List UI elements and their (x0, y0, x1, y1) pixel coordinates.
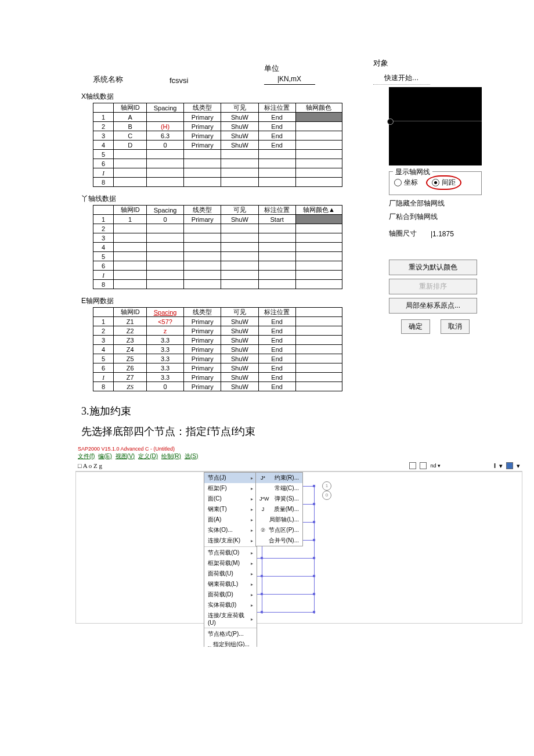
toolbar-icon[interactable] (420, 462, 427, 469)
table-row[interactable]: 6 (93, 159, 342, 168)
section-3-body: 先选择底部四个节点：指定f节点f约束 (81, 423, 511, 440)
table-row[interactable]: I (93, 168, 342, 178)
table-row[interactable]: 3C6.3PrimaryShuWEnd (93, 131, 342, 141)
table-row[interactable]: 2Z2zPrimaryShuWEnd (93, 326, 342, 336)
menu-item[interactable]: 框架荷载(M) (204, 558, 257, 568)
axis-bubble: 1 (322, 481, 331, 491)
menu-item[interactable]: 框架(F) (204, 483, 257, 494)
submenu-item[interactable]: J*约束(R)... (256, 473, 302, 483)
show-gridline-group: 显示轴网线 坐标 间距 (389, 171, 482, 195)
menu-item[interactable]: 节点荷载(O) (204, 548, 257, 558)
y-grid-table[interactable]: 轴网IDSpacing线类型可见标注位置轴网颜色▲110PrimaryShuWS… (93, 205, 342, 289)
grid-preview (389, 87, 482, 165)
menu-item[interactable]: 节点格式(P)... (204, 629, 257, 639)
assign-menu[interactable]: 节点(J)框架(F)面(C)钢束(T)面(A)实体(O)...连接/支座(K)节… (204, 472, 257, 647)
joint-submenu[interactable]: J*约束(R)...常端(C)...J*W弹簧(S)...J质量(M)...局部… (255, 472, 303, 546)
menubar-item[interactable]: 视图(V) (116, 453, 135, 459)
unit-value[interactable]: |KN,mX (264, 74, 315, 85)
table-row[interactable]: 1Z1<57?PrimaryShuWEnd (93, 317, 342, 326)
sap-toolbar[interactable]: □ A o Z g nd ▾ I ▾ ▾ (75, 461, 522, 471)
table-row[interactable]: 2B(H)PrimaryShuWEnd (93, 122, 342, 131)
axis-bubble: 0 (322, 491, 331, 500)
menu-item[interactable]: 连接/支座(K) (204, 535, 257, 546)
section-3-heading: 3.施加约束 (81, 403, 511, 420)
submenu-item[interactable]: J质量(M)... (256, 504, 302, 514)
snap-to-gridlines[interactable]: 厂粘合到轴网线 (389, 212, 482, 222)
table-row[interactable]: 110PrimaryShuWStart (93, 215, 342, 224)
table-row[interactable]: 4Z43.3PrimaryShuWEnd (93, 345, 342, 354)
table-row[interactable]: 6Z63.3PrimaryShuWEnd (93, 363, 342, 373)
submenu-item[interactable]: 合并号(N)... (256, 535, 302, 546)
table-row[interactable]: 3 (93, 233, 342, 243)
table-row[interactable]: 8 (93, 178, 342, 187)
menu-item[interactable]: 实体荷载(I) (204, 600, 257, 610)
sap-window-title: SAP2000 V15.1.0 Advanced C - (Untitled) (78, 446, 522, 452)
show-gridline-legend: 显示轴网线 (393, 167, 432, 177)
sap-menubar[interactable]: 文件(f)编(E)视图(V)定义(D)绘制(R)选(S) (78, 452, 522, 461)
menubar-item[interactable]: 文件(f) (78, 453, 95, 459)
table-row[interactable]: 4 (93, 243, 342, 252)
menu-item[interactable]: 钢束荷载(L) (204, 579, 257, 589)
system-name-label: 系统名称 (93, 74, 123, 85)
x-grid-title: X轴线数据 (81, 92, 360, 102)
radio-spacing[interactable]: 间距 (426, 175, 461, 190)
reset-colors-button[interactable]: 重设为默认颜色 (389, 260, 477, 275)
submenu-item[interactable]: ②节点区(P)... (256, 525, 302, 535)
local-origin-button[interactable]: 局部坐标系原点... (389, 298, 477, 314)
menu-item[interactable]: 钢束(T) (204, 504, 257, 514)
e-grid-table[interactable]: 轴网IDSpacing线类型可见标注位置1Z1<57?PrimaryShuWEn… (93, 307, 342, 391)
object-label: 对象 (373, 58, 430, 69)
radio-coord[interactable]: 坐标 (394, 178, 418, 188)
menu-item[interactable]: 节点(J) (204, 473, 257, 483)
table-row[interactable]: 8ZS0PrimaryShuWEnd (93, 382, 342, 391)
table-row[interactable]: 6 (93, 261, 342, 271)
menubar-item[interactable]: 编(E) (98, 453, 111, 459)
quick-start-button[interactable]: 快速开始… (373, 72, 430, 85)
e-grid-title: E轴网数据 (81, 296, 360, 306)
table-row[interactable]: 1APrimaryShuWEnd (93, 113, 342, 122)
hide-all-gridlines[interactable]: 厂隐藏全部轴网线 (389, 199, 482, 208)
e-grid-section: E轴网数据 轴网IDSpacing线类型可见标注位置1Z1<57?Primary… (93, 296, 360, 391)
table-row[interactable]: IZ73.3PrimaryShuWEnd (93, 373, 342, 382)
x-grid-table[interactable]: 轴网IDSpacing线类型可见标注位置轴网颜色1APrimaryShuWEnd… (93, 103, 342, 187)
menu-item[interactable]: 实体(O)... (204, 525, 257, 535)
y-grid-section: 丫轴线数据 轴网IDSpacing线类型可见标注位置轴网颜色▲110Primar… (93, 194, 360, 289)
table-row[interactable]: I (93, 271, 342, 280)
y-grid-title: 丫轴线数据 (81, 194, 360, 204)
menu-item[interactable]: 面荷载(D) (204, 589, 257, 600)
table-row[interactable]: 5 (93, 150, 342, 159)
menubar-item[interactable]: 定义(D) (138, 453, 158, 459)
menu-item[interactable]: 面荷载(U) (204, 568, 257, 579)
table-row[interactable]: 5 (93, 252, 342, 261)
table-row[interactable]: 8 (93, 280, 342, 289)
submenu-item[interactable]: 局部轴(L)... (256, 514, 302, 525)
menubar-item[interactable]: 选(S) (185, 453, 198, 459)
menu-item[interactable]: 面(C) (204, 494, 257, 504)
toolbar-glyphs[interactable]: □ A o Z g (78, 462, 102, 469)
ok-button[interactable]: 确定 (401, 319, 430, 334)
header-row: 系统名称 fcsvsi 单位 |KN,mX 对象 快速开始… (93, 58, 511, 85)
reorder-button[interactable]: 重新排序 (389, 279, 477, 294)
submenu-item[interactable]: J*W弹簧(S)... (256, 494, 302, 504)
x-grid-section: X轴线数据 轴网IDSpacing线类型可见标注位置轴网颜色1APrimaryS… (93, 92, 360, 187)
unit-label: 单位 (264, 63, 315, 74)
menu-item[interactable]: 连接/支座荷载(U) (204, 610, 257, 627)
bubble-size-label: 轴圈尺寸 (389, 229, 417, 239)
bubble-size-value[interactable]: |1.1875 (431, 230, 454, 238)
toolbar-icon-blue[interactable] (506, 462, 513, 469)
table-row[interactable]: 5Z53.3PrimaryShuWEnd (93, 354, 342, 363)
cancel-button[interactable]: 取消 (441, 319, 470, 334)
menu-item[interactable]: %指定到组(G)... Ctrl+Shift+G (204, 639, 257, 647)
table-row[interactable]: 3Z33.3PrimaryShuWEnd (93, 336, 342, 345)
table-row[interactable]: 2 (93, 224, 342, 233)
toolbar-dropdown[interactable]: nd ▾ (430, 463, 441, 469)
menubar-item[interactable]: 绘制(R) (161, 453, 181, 459)
sap-screenshot: SAP2000 V15.1.0 Advanced C - (Untitled) … (75, 446, 522, 624)
table-row[interactable]: 4D0PrimaryShuWEnd (93, 141, 342, 150)
submenu-item[interactable]: 常端(C)... (256, 483, 302, 494)
system-name-value: fcsvsi (169, 76, 189, 85)
menu-item[interactable]: 面(A) (204, 514, 257, 525)
toolbar-icon[interactable] (409, 462, 416, 469)
